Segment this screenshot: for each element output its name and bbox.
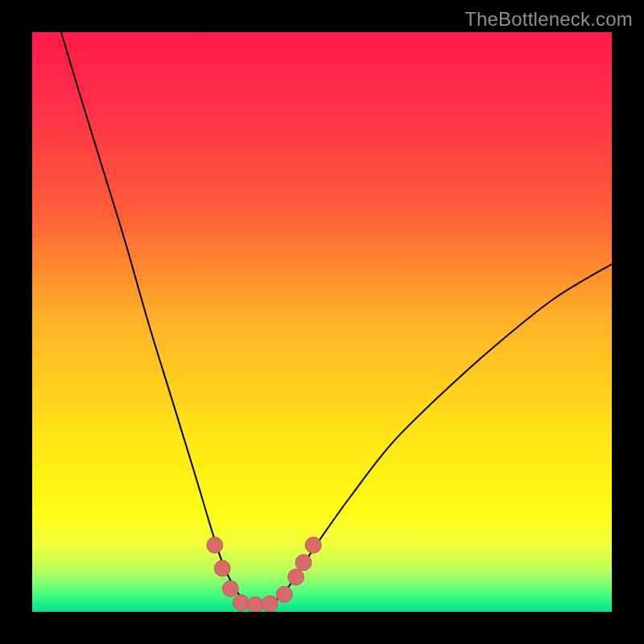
data-marker [233, 594, 249, 610]
chart-frame: TheBottleneck.com [0, 0, 644, 644]
data-marker [295, 555, 312, 571]
data-marker [247, 597, 263, 612]
data-marker [288, 569, 304, 585]
watermark-text: TheBottleneck.com [464, 8, 633, 31]
plot-area [32, 32, 612, 612]
data-marker [207, 537, 223, 553]
chart-svg [32, 32, 612, 612]
data-marker [222, 580, 238, 597]
data-marker [214, 560, 230, 576]
data-marker [262, 596, 278, 612]
data-marker [276, 586, 292, 602]
data-marker [305, 537, 321, 553]
